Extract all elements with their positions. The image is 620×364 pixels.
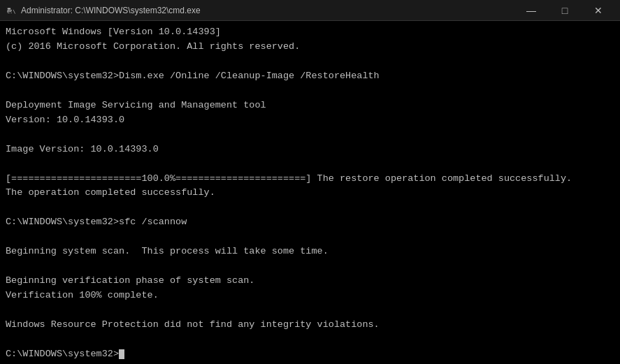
window: C:\ Administrator: C:\WINDOWS\system32\c…: [0, 0, 620, 364]
window-title: Administrator: C:\WINDOWS\system32\cmd.e…: [21, 6, 201, 15]
terminal-line: Microsoft Windows [Version 10.0.14393]: [6, 25, 614, 40]
terminal-line: [6, 333, 614, 347]
title-bar-left: C:\ Administrator: C:\WINDOWS\system32\c…: [6, 5, 201, 16]
terminal-line: C:\WINDOWS\system32>sfc /scannow: [6, 215, 614, 230]
cursor: [119, 349, 124, 359]
terminal-line: [6, 157, 614, 172]
title-bar: C:\ Administrator: C:\WINDOWS\system32\c…: [0, 0, 620, 21]
terminal-line: [6, 128, 614, 143]
terminal-line: The operation completed successfully.: [6, 186, 614, 201]
terminal-line: Windows Resource Protection did not find…: [6, 318, 614, 333]
svg-text:C:\: C:\: [7, 9, 16, 15]
terminal-line: [6, 54, 614, 69]
terminal-line: (c) 2016 Microsoft Corporation. All righ…: [6, 40, 614, 54]
window-controls: — □ ✕: [515, 1, 614, 20]
terminal-line: Verification 100% complete.: [6, 289, 614, 303]
terminal-line: Image Version: 10.0.14393.0: [6, 143, 614, 157]
terminal-line: C:\WINDOWS\system32>Dism.exe /Online /Cl…: [6, 69, 614, 84]
cmd-icon: C:\: [6, 5, 17, 16]
terminal-line: Beginning system scan. This process will…: [6, 245, 614, 259]
terminal-line: Deployment Image Servicing and Managemen…: [6, 99, 614, 113]
terminal-line: [6, 303, 614, 318]
terminal-line: Version: 10.0.14393.0: [6, 113, 614, 128]
minimize-button[interactable]: —: [515, 1, 547, 20]
close-button[interactable]: ✕: [582, 1, 614, 20]
terminal-body[interactable]: Microsoft Windows [Version 10.0.14393](c…: [0, 21, 620, 364]
terminal-line: [6, 230, 614, 245]
terminal-line: [6, 259, 614, 274]
terminal-line: [=======================100.0%==========…: [6, 172, 614, 187]
terminal-line: [6, 201, 614, 215]
maximize-button[interactable]: □: [549, 1, 581, 20]
terminal-line: [6, 84, 614, 99]
terminal-line: Beginning verification phase of system s…: [6, 274, 614, 289]
terminal-line: C:\WINDOWS\system32>: [6, 347, 614, 362]
